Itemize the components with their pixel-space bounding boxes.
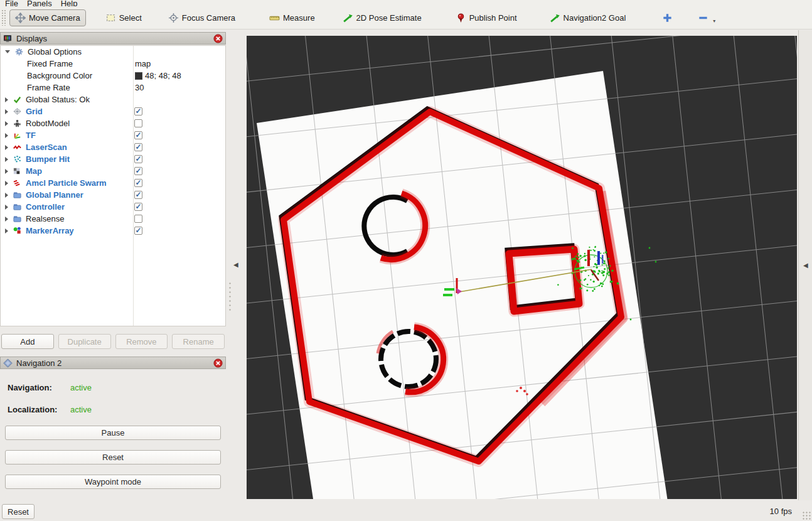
displays-close-icon[interactable] [213,34,223,43]
display-row-markerarray[interactable]: MarkerArray✓ [1,225,225,237]
display-row-laserscan[interactable]: LaserScan✓ [1,141,225,153]
tool-measure[interactable]: Measure [264,9,321,26]
move-camera-icon [15,13,26,23]
row-value[interactable]: map [135,59,151,68]
folder-icon [13,202,22,212]
property-row-frame-rate[interactable]: Frame Rate30 [1,82,225,94]
visibility-checkbox[interactable]: ✓ [134,227,142,235]
remove-tool-icon [698,13,708,23]
expander-icon[interactable] [5,121,8,126]
displays-panel-header[interactable]: Displays [0,32,226,45]
tool-nav-goal[interactable]: Navigation2 Goal [544,9,632,26]
row-label: TF [26,131,36,140]
collapse-right-arrow-icon[interactable]: ◀ [803,262,808,269]
tool-label: Measure [283,13,315,23]
property-row-background-color[interactable]: Background Color48; 48; 48 [1,70,225,82]
displays-tree: Global OptionsFixed FramemapBackground C… [0,45,226,326]
rename-button[interactable]: Rename [172,334,225,349]
visibility-checkbox[interactable]: ✓ [134,179,142,187]
navigation2-panel-header[interactable]: Navigation 2 [0,357,226,369]
add-tool-icon [662,13,673,23]
visibility-checkbox[interactable]: ✓ [134,167,142,175]
folder-icon [13,190,22,200]
tool-label: Focus Camera [182,13,235,23]
tool-remove-tool[interactable]: ▾ [692,9,720,26]
navigation2-close-icon[interactable] [213,358,223,368]
display-row-global-options[interactable]: Global Options [1,46,225,58]
row-label: Amcl Particle Swarm [26,178,107,188]
waypoint-mode-button[interactable]: Waypoint mode [5,475,221,489]
panel-viewport-splitter[interactable]: ◀ [227,30,247,500]
displays-panel-title: Displays [16,34,213,43]
pause-button[interactable]: Pause [5,426,221,440]
visibility-checkbox[interactable] [134,215,142,223]
expander-icon[interactable] [5,169,8,174]
3d-viewport[interactable] [247,36,797,499]
reset-button[interactable]: Reset [5,450,221,465]
display-row-bumper-hit[interactable]: Bumper Hit✓ [1,153,225,165]
remove-button[interactable]: Remove [115,334,168,349]
display-row-global-status-ok[interactable]: Global Status: Ok [1,94,225,105]
map-image [257,71,668,499]
expander-icon[interactable] [5,145,8,150]
toolbar-drag-handle[interactable] [1,9,6,26]
expander-icon[interactable] [5,217,8,222]
display-row-map[interactable]: Map✓ [1,165,225,177]
visibility-checkbox[interactable]: ✓ [134,203,142,211]
collapse-left-arrow-icon[interactable]: ◀ [233,261,238,268]
map-icon [13,166,22,176]
splitter-handle-dots [228,281,232,313]
status-row-navigation: Navigation:active [8,383,52,392]
expander-icon[interactable] [5,228,8,234]
expander-icon[interactable] [5,50,10,53]
menu-panels[interactable]: Panels [27,0,52,6]
visibility-checkbox[interactable]: ✓ [134,155,142,163]
resize-grip[interactable] [802,511,811,520]
tool-select[interactable]: Select [100,9,147,26]
expander-icon[interactable] [5,181,8,186]
display-row-controller[interactable]: Controller✓ [1,201,225,213]
expander-icon[interactable] [5,97,8,102]
expander-icon[interactable] [5,133,8,138]
tool-publish-point[interactable]: Publish Point [450,9,523,26]
visibility-checkbox[interactable]: ✓ [134,131,142,139]
duplicate-button[interactable]: Duplicate [58,334,111,349]
row-value[interactable]: 30 [135,83,144,92]
display-row-robotmodel[interactable]: RobotModel [1,117,225,129]
visibility-checkbox[interactable]: ✓ [134,143,142,151]
color-swatch [135,72,142,80]
display-row-amcl-particle-swarm[interactable]: Amcl Particle Swarm✓ [1,177,225,189]
display-row-global-planner[interactable]: Global Planner✓ [1,189,225,201]
right-collapsed-panel[interactable]: ◀ [798,30,812,500]
expander-icon[interactable] [5,205,8,210]
menu-help[interactable]: Help [61,0,78,6]
tool-dropdown-caret[interactable]: ▾ [713,18,715,24]
tool-add-tool[interactable] [656,9,678,26]
visibility-checkbox[interactable]: ✓ [134,107,142,115]
tool-label: Select [119,13,142,23]
gear-icon [14,47,24,56]
row-label: MarkerArray [26,226,74,235]
add-button[interactable]: Add [1,334,54,349]
navigation2-icon [3,358,13,368]
visibility-checkbox[interactable]: ✓ [134,191,142,199]
tool-move-camera[interactable]: Move Camera [9,9,86,26]
expander-icon[interactable] [5,157,8,162]
row-label: Bumper Hit [26,154,70,164]
menu-file[interactable]: File [5,0,18,6]
row-label: Frame Rate [27,83,70,92]
status-row-localization: Localization:active [8,405,57,414]
expander-icon[interactable] [5,193,8,198]
tool-focus-camera[interactable]: Focus Camera [163,9,241,26]
display-row-grid[interactable]: Grid✓ [1,105,225,117]
reset-button[interactable]: Reset [2,504,35,519]
property-row-fixed-frame[interactable]: Fixed Framemap [1,58,225,70]
row-value[interactable]: 48; 48; 48 [135,71,181,80]
row-label: Background Color [27,71,92,80]
tool-pose-estimate[interactable]: 2D Pose Estimate [337,9,427,26]
display-row-realsense[interactable]: Realsense [1,213,225,225]
tf-icon [13,131,22,140]
visibility-checkbox[interactable] [134,119,142,127]
display-row-tf[interactable]: TF✓ [1,129,225,141]
expander-icon[interactable] [5,109,8,114]
